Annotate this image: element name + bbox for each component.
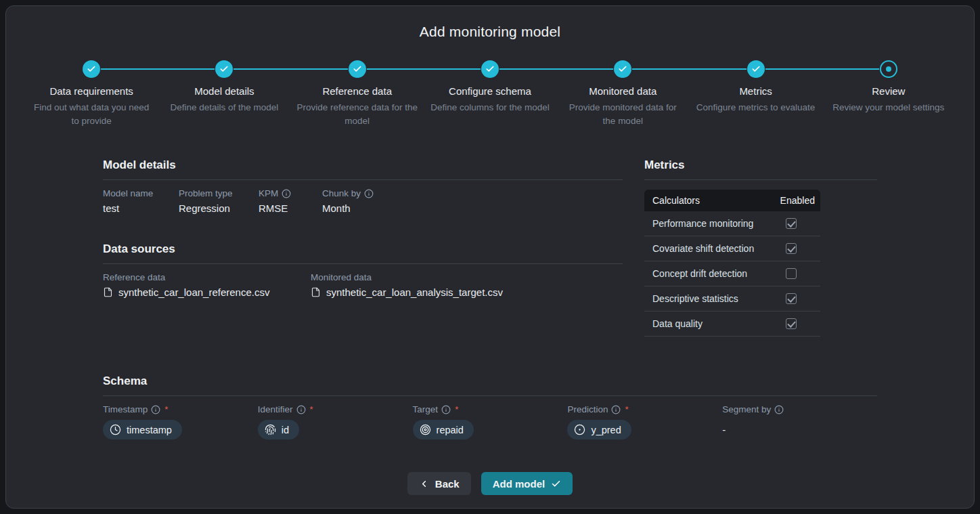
column-chip: id (258, 420, 299, 440)
schema-field-timestamp: Timestamp * timestamp (103, 404, 258, 440)
table-row: Performance monitoring (644, 211, 820, 236)
column-chip: repaid (413, 420, 474, 440)
section-heading: Data sources (103, 242, 623, 264)
step-description: Configure metrics to evaluate (696, 101, 816, 114)
circle-dot-icon (574, 424, 585, 435)
info-icon[interactable] (151, 405, 160, 414)
info-icon[interactable] (282, 189, 291, 198)
segment-by-value: - (722, 424, 877, 435)
field-label: Chunk by (322, 188, 374, 198)
field-monitored-data: Monitored data synthetic_car_loan_analys… (311, 272, 503, 298)
metrics-table-header: Calculators Enabled (644, 190, 820, 211)
add-model-dialog: Add monitoring model Data requirements F… (5, 5, 975, 509)
data-sources-section: Data sources Reference data synthetic_ca… (103, 242, 623, 298)
field-kpm: KPM RMSE (259, 188, 307, 214)
add-model-button[interactable]: Add model (481, 472, 573, 495)
schema-section: Schema Timestamp * timestamp Identifi (103, 374, 877, 440)
field-value: RMSE (259, 202, 307, 214)
field-value: Month (322, 202, 374, 214)
metrics-section: Metrics Calculators Enabled Performance … (644, 158, 877, 337)
metric-checkbox[interactable] (786, 268, 797, 279)
metric-checkbox[interactable] (786, 218, 797, 229)
field-label: Model name (103, 188, 164, 198)
step-complete-icon[interactable] (349, 60, 366, 78)
metric-label: Descriptive statistics (652, 293, 767, 304)
file-name: synthetic_car_loan_analysis_target.csv (326, 286, 503, 298)
step-monitored-data[interactable]: Monitored data Provide monitored data fo… (556, 60, 689, 127)
table-row: Concept drift detection (644, 261, 820, 286)
metric-label: Covariate shift detection (652, 243, 767, 254)
step-complete-icon[interactable] (614, 60, 631, 78)
step-complete-icon[interactable] (83, 60, 100, 78)
section-heading: Metrics (644, 158, 877, 180)
step-description: Review your model settings (832, 101, 944, 114)
column-chip: y_pred (567, 420, 631, 440)
step-review[interactable]: Review Review your model settings (822, 60, 955, 127)
step-reference-data[interactable]: Reference data Provide reference data fo… (291, 60, 424, 127)
check-icon (551, 479, 561, 489)
step-model-details[interactable]: Model details Define details of the mode… (158, 60, 290, 127)
chevron-left-icon (419, 479, 429, 489)
field-label: Reference data (103, 272, 311, 282)
file-icon (311, 287, 321, 297)
field-value: Regression (179, 202, 244, 214)
table-row: Covariate shift detection (644, 236, 820, 261)
column-header-enabled: Enabled (767, 195, 815, 206)
field-label: Prediction * (567, 404, 722, 414)
metric-checkbox[interactable] (786, 293, 797, 304)
chip-label: y_pred (591, 425, 621, 435)
target-icon (420, 424, 431, 435)
metric-checkbox[interactable] (786, 318, 797, 329)
required-asterisk: * (310, 404, 313, 414)
schema-field-segment-by: Segment by - (722, 404, 877, 440)
field-label: Target * (413, 404, 568, 414)
schema-field-identifier: Identifier * id (258, 404, 413, 440)
info-icon[interactable] (441, 405, 451, 414)
field-label: Segment by (722, 404, 877, 414)
back-button[interactable]: Back (407, 472, 471, 495)
step-active-icon[interactable] (880, 60, 897, 78)
metrics-table: Calculators Enabled Performance monitori… (644, 190, 820, 337)
info-icon[interactable] (774, 405, 784, 414)
step-title: Metrics (739, 85, 772, 97)
table-row: Data quality (644, 312, 820, 337)
field-reference-data: Reference data synthetic_car_loan_refere… (103, 272, 311, 298)
field-value: synthetic_car_loan_analysis_target.csv (311, 286, 503, 298)
schema-field-prediction: Prediction * y_pred (567, 404, 722, 440)
file-icon (103, 287, 113, 297)
info-icon[interactable] (611, 405, 621, 414)
metric-label: Performance monitoring (652, 218, 767, 229)
step-complete-icon[interactable] (481, 60, 499, 78)
step-data-requirements[interactable]: Data requirements Find out what data you… (25, 60, 158, 127)
page-title: Add monitoring model (6, 24, 974, 40)
step-metrics[interactable]: Metrics Configure metrics to evaluate (689, 60, 822, 127)
step-complete-icon[interactable] (215, 60, 233, 78)
step-title: Review (872, 85, 905, 97)
step-complete-icon[interactable] (747, 60, 765, 78)
step-title: Reference data (322, 85, 392, 97)
field-problem-type: Problem type Regression (179, 188, 244, 214)
step-description: Define columns for the model (430, 101, 550, 114)
section-heading: Model details (103, 158, 623, 180)
chip-label: id (282, 425, 289, 435)
metric-checkbox[interactable] (786, 243, 797, 254)
step-title: Data requirements (49, 85, 133, 97)
info-icon[interactable] (364, 189, 374, 198)
step-description: Provide monitored data for the model (562, 101, 684, 127)
field-label: Problem type (179, 188, 244, 198)
field-model-name: Model name test (103, 188, 164, 214)
footer-actions: Back Add model (103, 472, 877, 495)
metric-label: Data quality (652, 318, 767, 329)
field-value: test (103, 202, 164, 214)
model-details-section: Model details Model name test Problem ty… (103, 158, 623, 214)
field-label: Monitored data (311, 272, 503, 282)
file-name: synthetic_car_loan_reference.csv (118, 286, 269, 298)
step-title: Monitored data (589, 85, 656, 97)
info-icon[interactable] (296, 405, 306, 414)
required-asterisk: * (164, 404, 168, 414)
step-configure-schema[interactable]: Configure schema Define columns for the … (424, 60, 556, 127)
fingerprint-icon (265, 424, 276, 435)
step-description: Provide reference data for the model (296, 101, 418, 127)
step-description: Find out what data you need to provide (30, 101, 152, 127)
review-left-column: Model details Model name test Problem ty… (103, 158, 623, 337)
